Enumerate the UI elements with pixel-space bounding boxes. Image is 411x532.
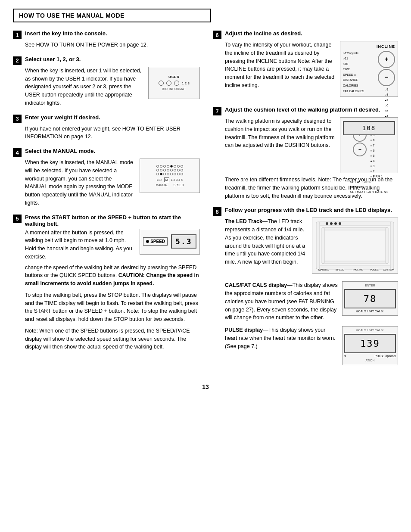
svg-rect-2 xyxy=(316,222,320,269)
step-5-content: A moment after the button is pressed, th… xyxy=(25,229,200,261)
speed-label: SPEED xyxy=(174,184,184,187)
speed-display-value: 5.3 xyxy=(171,234,196,249)
incline-image: INCLINE ○12%grade ○11 ○10 TIME SPEED ● D… xyxy=(340,41,398,97)
cals-label-bottom: ⊕CALS / FAT CALS○ xyxy=(344,309,396,314)
two-column-layout: 1 Insert the key into the console. See H… xyxy=(13,30,398,375)
step-5-body3: To stop the walking belt, press the STOP… xyxy=(25,291,200,324)
page: HOW TO USE THE MANUAL MODE 1 Insert the … xyxy=(0,0,411,532)
manual-label: MANUAL xyxy=(156,184,168,187)
step-2-number: 2 xyxy=(13,56,22,65)
pulse-bottom: ♥ PULSE optional xyxy=(344,354,396,359)
dot xyxy=(160,165,162,168)
step-7: 7 Adjust the cushion level of the walkin… xyxy=(213,106,398,200)
incline-numbers: ○12%grade ○11 ○10 TIME SPEED ● DISTANCE … xyxy=(343,51,395,120)
svg-point-10 xyxy=(334,222,337,225)
dot xyxy=(156,169,159,171)
cushion-numbers: ○ SOFT 10 ○ 9 ○ 8 ○ 7 ○ 6 ○ 5 ● 4 ○ 3 ○ … xyxy=(370,128,385,179)
led-track-image: MANUAL SPEED INCLINE PULSE CUSTOM xyxy=(312,218,398,274)
incline-num: SPEED ● xyxy=(343,72,364,78)
step-6-title: Adjust the incline as desired. xyxy=(225,30,302,37)
svg-rect-7 xyxy=(386,227,388,264)
user-numbers: 1 2 3 xyxy=(182,81,190,85)
incline-num: ○11 xyxy=(343,56,364,62)
incline-plus-button: + xyxy=(378,51,395,68)
speed-button-label: ⊕ SPEED xyxy=(143,237,168,246)
step-5-header: 5 Press the START button or the SPEED + … xyxy=(13,214,200,227)
svg-rect-5 xyxy=(322,261,388,264)
dot xyxy=(181,173,183,175)
step-8-title: Follow your progress with the LED track … xyxy=(225,207,392,213)
step-2-header: 2 Select user 1, 2, or 3. xyxy=(13,56,200,65)
user-dots: 1 2 3 xyxy=(159,81,190,86)
incline-num: ○12%grade xyxy=(343,51,364,56)
step-4-title: Select the MANUAL mode. xyxy=(25,148,95,154)
dot xyxy=(167,169,169,171)
step-2-body: When the key is inserted, user 1 will be… xyxy=(25,67,144,107)
cals-display: 78 xyxy=(344,289,396,308)
pulse-track-label: PULSE xyxy=(370,268,379,271)
dot xyxy=(181,165,183,168)
dot xyxy=(170,173,173,175)
dot xyxy=(174,165,176,168)
step-1-header: 1 Insert the key into the console. xyxy=(13,30,200,39)
dot-row-1 xyxy=(156,165,183,168)
dot xyxy=(163,165,166,168)
dot-filled xyxy=(160,173,162,175)
svg-point-8 xyxy=(326,222,328,225)
user-circle-1 xyxy=(159,81,164,86)
pulse-title: PULSE display xyxy=(225,327,263,333)
step-8-body: MANUAL SPEED INCLINE PULSE CUSTOM The LE… xyxy=(225,218,398,277)
step-3-title: Enter your weight if desired. xyxy=(25,114,100,121)
caution-text: CAUTION: Change the speed in small incre… xyxy=(25,272,199,286)
cals-label-top: ⊕CALS / FAT CALS○ xyxy=(344,328,396,333)
svg-point-11 xyxy=(339,222,341,225)
numbers-label: 1 2 3 4 5 xyxy=(171,178,183,181)
dot xyxy=(163,169,166,171)
manual-track-label: MANUAL xyxy=(318,268,330,271)
dot xyxy=(163,173,166,175)
incline-num: DISTANCE xyxy=(343,78,364,83)
speed-track-label: SPEED xyxy=(336,268,345,271)
step-6-body: INCLINE ○12%grade ○11 ○10 TIME SPEED ● D… xyxy=(225,41,398,100)
step-4-image: LS○ M 1 2 3 4 5 MANUAL SPEED xyxy=(140,159,200,207)
page-number: 13 xyxy=(13,383,398,390)
step-2-title: Select user 1, 2, or 3. xyxy=(25,56,81,62)
step-1-title: Insert the key into the console. xyxy=(25,30,107,37)
pulse-label: PULSE optional xyxy=(375,354,396,359)
manual-speed-labels: MANUAL SPEED xyxy=(156,184,184,187)
step-6: 6 Adjust the incline as desired. INCLINE… xyxy=(213,30,398,100)
dot xyxy=(170,169,173,171)
step-6-header: 6 Adjust the incline as desired. xyxy=(213,30,398,39)
ation-label: ATION xyxy=(344,358,396,363)
step-7-text2: There are ten different firmness levels.… xyxy=(225,176,398,200)
cushion-minus: − xyxy=(353,143,367,156)
step-8-cals: ENTER 78 ⊕CALS / FAT CALS○ CALS/FAT CALS… xyxy=(225,281,398,322)
incline-num: FAT CALORIES xyxy=(343,89,364,94)
step-1-number: 1 xyxy=(13,31,22,39)
svg-rect-6 xyxy=(322,227,324,264)
step-5: 5 Press the START button or the SPEED + … xyxy=(13,214,200,352)
dot xyxy=(160,169,162,171)
step-3: 3 Enter your weight if desired. If you h… xyxy=(13,114,200,141)
incline-right-numbers: ○9 ○8 ●7 ○6 ○5 ●1 xyxy=(385,87,388,120)
cushion-controls: + − ○ SOFT 10 ○ 9 ○ 8 ○ 7 ○ 6 ○ 5 ● 4 xyxy=(353,128,385,179)
step-3-header: 3 Enter your weight if desired. xyxy=(13,114,200,123)
dot xyxy=(174,173,176,175)
dot-row-2 xyxy=(156,169,183,171)
user-console-image: USER 1 2 3 BIO INFORMAT xyxy=(148,67,200,99)
pulse-display: 139 xyxy=(344,334,396,353)
user-circle-2 xyxy=(166,81,171,86)
pulse-image-wrap: ⊕CALS / FAT CALS○ 139 ♥ PULSE optional A… xyxy=(342,326,398,365)
user-label: USER xyxy=(168,75,180,79)
cals-image-wrap: ENTER 78 ⊕CALS / FAT CALS○ xyxy=(342,281,398,316)
step-5-image: ⊕ SPEED 5.3 xyxy=(140,229,200,261)
step-3-body: If you have not entered your weight, see… xyxy=(25,125,200,141)
page-title: HOW TO USE THE MANUAL MODE xyxy=(19,12,125,19)
dot xyxy=(167,173,169,175)
step-5-number: 5 xyxy=(13,215,22,223)
step-3-number: 3 xyxy=(13,115,22,123)
dot xyxy=(174,169,176,171)
ls-label: LS○ xyxy=(157,178,162,181)
step-8-pulse: ⊕CALS / FAT CALS○ 139 ♥ PULSE optional A… xyxy=(225,326,398,368)
incline-left-numbers: ○12%grade ○11 ○10 TIME SPEED ● DISTANCE … xyxy=(343,51,364,120)
